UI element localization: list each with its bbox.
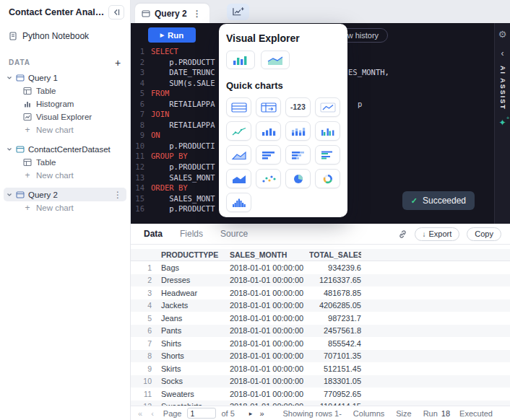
sql-text: SALES_MONT [151, 193, 215, 204]
sidebar-item-query-2[interactable]: Query 2 ⋮ [4, 188, 126, 201]
quick-chart-scatter-button[interactable] [256, 169, 281, 188]
grouped-column-icon [320, 126, 336, 136]
quick-chart-stacked-bar-button[interactable] [285, 145, 311, 165]
cell-total-sales: 770952.65 [309, 390, 361, 398]
ai-assist-label[interactable]: AI ASSIST [499, 66, 506, 110]
tab-fields[interactable]: Fields [171, 224, 212, 244]
query-icon [16, 191, 25, 199]
sql-text: p.PRODUCTT [151, 57, 215, 68]
sidebar-item-python-notebook[interactable]: Python Notebook [0, 25, 130, 47]
collapse-sidebar-button[interactable] [108, 5, 124, 19]
notebook-label: Python Notebook [22, 31, 89, 41]
sql-keyword: ON [151, 130, 160, 141]
quick-chart-pivot-button[interactable] [256, 97, 281, 117]
tab-query-2[interactable]: Query 2 ⋮ [135, 4, 209, 23]
sidebar-item-contactcenterdataset[interactable]: ContactCenterDataset [4, 142, 126, 156]
quick-chart-histogram-button[interactable] [226, 193, 251, 212]
column-header-sales-month[interactable]: SALES_MONTH [230, 250, 309, 259]
tree-item-label: Table [36, 87, 56, 95]
quick-chart-table-button[interactable] [226, 97, 251, 117]
cell-producttype: Skirts [157, 364, 230, 373]
table-row[interactable]: 9Skirts2018-01-01 00:00:00512151.45 [131, 362, 510, 375]
link-icon[interactable] [398, 229, 407, 239]
column-header-total-sales[interactable]: TOTAL_SALES [309, 250, 361, 259]
tab-data[interactable]: Data [135, 224, 171, 244]
run-status-badge[interactable]: ✓ Succeeded [402, 191, 475, 210]
table-row[interactable]: 6Pants2018-01-01 00:00:002457561.8 [131, 325, 510, 338]
cell-sales-month: 2018-01-01 00:00:00 [230, 377, 309, 385]
kebab-menu-icon[interactable]: ⋮ [112, 190, 124, 200]
column-header-producttype[interactable]: PRODUCTTYPE [157, 250, 230, 259]
sparkle-plus-glyph: + [506, 115, 510, 121]
tab-label: Source [220, 229, 248, 239]
sidebar-item-dataset-table[interactable]: Table [0, 156, 130, 169]
last-page-button[interactable]: » [259, 409, 264, 418]
table-row[interactable]: 3Headwear2018-01-01 00:00:00481678.85 [131, 286, 510, 299]
tab-kebab-icon[interactable]: ⋮ [191, 9, 203, 19]
cell-sales-month: 2018-01-01 00:00:00 [230, 314, 309, 323]
quick-chart-column-button[interactable] [256, 121, 281, 141]
ai-assist-panel: ⚙ ‹ AI ASSIST ✦+ [494, 23, 510, 224]
page-input[interactable] [187, 408, 216, 419]
sidebar-item-query-1[interactable]: Query 1 [4, 71, 126, 84]
expand-panel-icon[interactable]: ‹ [501, 48, 504, 58]
sidebar-item-query1-table[interactable]: Table [0, 84, 130, 97]
gear-icon[interactable]: ⚙ [498, 29, 507, 40]
table-row[interactable]: 7Shirts2018-01-01 00:00:00855542.4 [131, 337, 510, 350]
next-page-button[interactable]: ▸ [249, 410, 253, 417]
notebook-icon [9, 32, 17, 40]
quick-chart-bar-button[interactable] [256, 145, 281, 165]
cell-sales-month: 2018-01-01 00:00:00 [230, 289, 309, 297]
quick-chart-grouped-bar-button[interactable] [315, 145, 340, 165]
size-label[interactable]: Size [396, 409, 411, 418]
results-actions: ↓Export Copy [398, 227, 506, 241]
quick-chart-grouped-column-button[interactable] [315, 121, 340, 141]
visual-explorer-combo-button[interactable] [261, 51, 290, 69]
line-number: 4 [131, 78, 151, 89]
cell-total-sales: 4206285.05 [309, 301, 361, 310]
run-button[interactable]: ▶ Run [148, 27, 196, 43]
quick-chart-line-button[interactable] [315, 97, 340, 117]
copy-button[interactable]: Copy [467, 227, 501, 241]
table-row[interactable]: 11Sweaters2018-01-01 00:00:00770952.65 [131, 388, 510, 401]
sidebar-item-query2-new-chart[interactable]: + New chart [0, 201, 130, 214]
ai-sparkle-icon[interactable]: ✦+ [498, 118, 506, 128]
sidebar-item-dataset-new-chart[interactable]: + New chart [0, 169, 130, 182]
line-number: 6 [131, 99, 151, 110]
add-data-button[interactable]: + [115, 59, 121, 66]
quick-chart-donut-button[interactable] [315, 169, 340, 188]
table-row[interactable]: 12Sweatshirts2018-01-01 00:00:001104414.… [131, 401, 510, 406]
quick-chart-pie-button[interactable] [285, 169, 311, 188]
columns-label[interactable]: Columns [353, 409, 384, 418]
quick-chart-single-number-button[interactable]: -123 [285, 97, 311, 117]
first-page-button[interactable]: « [138, 409, 142, 418]
visual-explorer-bar-button[interactable] [226, 51, 255, 69]
table-row[interactable]: 8Shorts2018-01-01 00:00:00707101.35 [131, 350, 510, 363]
plus-icon: + [23, 203, 32, 213]
row-number: 11 [131, 390, 157, 398]
table-row[interactable]: 2Dresses2018-01-01 00:00:001216337.65 [131, 274, 510, 287]
table-row[interactable]: 1Bags2018-01-01 00:00:00934239.6 [131, 261, 510, 274]
quick-chart-filled-area-button[interactable] [226, 169, 251, 188]
tree-item-label: New chart [36, 171, 74, 180]
sidebar-item-query1-new-chart[interactable]: + New chart [0, 123, 130, 136]
sql-text: SALES_MONT [151, 172, 215, 183]
quick-chart-area-button[interactable] [226, 145, 251, 165]
table-row[interactable]: 4Jackets2018-01-01 00:00:004206285.05 [131, 299, 510, 312]
table-row[interactable]: 10Socks2018-01-01 00:00:00183301.05 [131, 375, 510, 388]
sidebar-item-query1-visual-explorer[interactable]: Visual Explorer [0, 110, 130, 123]
prev-page-button[interactable]: ‹ [151, 409, 154, 418]
table-row[interactable]: 5Jeans2018-01-01 00:00:00987231.7 [131, 312, 510, 325]
quick-chart-trend-button[interactable] [226, 121, 251, 141]
export-button[interactable]: ↓Export [415, 227, 460, 241]
chevron-down-icon [7, 192, 12, 198]
sql-keyword: GROUP BY [151, 151, 188, 162]
tab-source[interactable]: Source [212, 224, 256, 244]
tab-label: Query 2 [155, 9, 187, 19]
new-chart-tab-button[interactable] [227, 4, 249, 20]
sql-text: SUM(s.SALE [151, 78, 215, 89]
table-icon [23, 158, 32, 167]
sidebar-item-query1-histogram[interactable]: Histogram [0, 97, 130, 110]
column-chart-icon [261, 126, 277, 136]
quick-chart-stacked-column-button[interactable] [285, 121, 311, 141]
